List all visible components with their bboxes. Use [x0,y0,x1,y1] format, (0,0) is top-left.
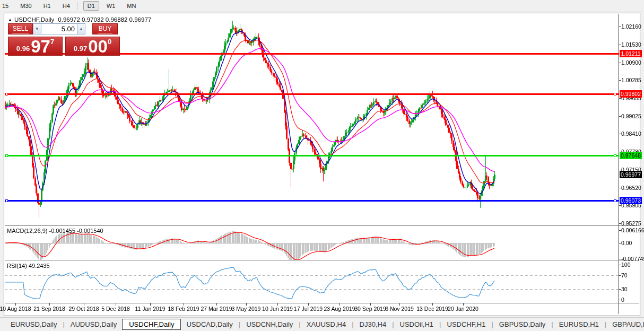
spin-up-icon: ▲ [79,27,83,31]
spin-down-icon: ▼ [35,27,39,31]
timeframe-button-h1[interactable]: H1 [39,1,55,11]
timeframe-button-15[interactable]: 15 [0,1,13,11]
chart-tab-usdcad-daily[interactable]: USDCAD,Daily [181,319,238,329]
sell-price-display[interactable]: 0.96 97 7 [8,37,63,56]
date-label: 17 Jul 2019 [294,306,323,312]
date-label: 18 Feb 2019 [168,306,199,312]
date-label: 29 Oct 2018 [68,306,99,312]
date-label: 20 Jan 2020 [448,306,478,312]
date-label: 11 Jan 2019 [135,306,165,312]
chart-ohlc-values: 0.96972 0.97032 0.96882 0.96977 [58,16,151,23]
price-axis-tick: 0.96520 [621,185,641,191]
collapse-chart-icon[interactable]: ▲ [8,18,12,22]
timeframe-toolbar: 15M30H1H4D1W1MN [0,0,644,12]
line-drag-handle[interactable] [614,154,616,157]
price-level-badge: 0.97648 [620,152,642,159]
tab-separator: | [491,320,493,328]
one-click-trading-panel: SELL ▼ ▲ BUY 0.96 97 7 0.97 00 0 [8,23,120,56]
line-drag-handle[interactable] [5,199,8,202]
tab-separator: | [551,320,553,328]
macd-axis-tick: -0.007745 [621,256,644,262]
tab-separator: | [63,320,64,328]
buy-price-prefix: 0.97 [74,45,87,53]
chart-title: ▲USDCHF,Daily0.96972 0.97032 0.96882 0.9… [8,16,151,23]
buy-price-display[interactable]: 0.97 00 0 [65,37,120,56]
sell-button[interactable]: SELL [8,23,33,34]
price-level-badge: 0.99802 [620,90,642,98]
chart-tab-eurusd-daily[interactable]: EURUSD,Daily [5,319,62,329]
line-drag-handle[interactable] [5,93,8,95]
sell-price-big: 97 [31,39,50,54]
date-label: 5 Dec 2018 [101,306,130,312]
buy-button[interactable]: BUY [92,23,118,34]
macd-axis-tick: 0.00 [621,240,632,246]
macd-axis-tick: 0.006166 [621,227,644,233]
chart-symbol-label: USDCHF,Daily [14,16,54,23]
rsi-axis-tick: 100 [621,262,631,268]
chart-tab-gbpaud-h1[interactable]: GBPAUD,H1 [607,319,644,329]
buy-price-big: 00 [88,39,108,54]
price-axis-tick: 1.00900 [621,59,641,66]
volume-decrease-button[interactable]: ▼ [33,23,41,34]
chart-tab-dj30-h4[interactable]: DJ30,H4 [354,319,392,329]
timeframe-button-m30[interactable]: M30 [16,1,36,11]
price-axis-tick: 1.01530 [621,41,641,48]
date-label: 27 Mar 2019 [201,306,232,312]
horizontal-level-line-0.96073[interactable] [5,200,619,202]
timeframe-button-h4[interactable]: H4 [58,1,74,11]
tab-separator: | [605,320,606,328]
chart-tab-usdoil-h1[interactable]: USDOil,H1 [395,319,439,329]
line-drag-handle[interactable] [614,199,616,202]
horizontal-level-line-0.99802[interactable] [5,93,619,95]
chart-tab-gbpusd-daily[interactable]: GBPUSD,Daily [494,319,551,329]
price-axis-tick: 1.00285 [621,77,641,83]
chart-canvas[interactable] [5,14,639,314]
line-drag-handle[interactable] [614,93,616,95]
price-axis-tick: 0.95275 [621,220,641,227]
timeframe-button-mn[interactable]: MN [123,1,140,11]
tab-separator: | [239,320,240,328]
rsi-axis-tick: 0 [621,297,624,303]
date-label: 6 Nov 2019 [385,306,414,312]
date-label: 10 Aug 2018 [0,306,31,312]
rsi-axis-tick: 30 [621,286,628,292]
volume-input[interactable] [41,23,77,34]
sell-price-prefix: 0.96 [16,45,30,53]
price-level-badge: 1.01211 [620,50,642,57]
sell-price-pip: 7 [50,38,54,46]
date-label: 13 Dec 2019 [416,306,448,312]
horizontal-level-line-0.97648[interactable] [5,155,619,156]
line-drag-handle[interactable] [5,154,8,157]
tab-separator: | [392,320,394,328]
date-label: 23 Aug 2019 [324,306,355,312]
rsi-axis-tick: 70 [621,272,628,278]
price-axis-tick: 0.98410 [621,130,641,137]
price-axis-tick: 1.02160 [621,23,641,30]
timeframe-button-w1[interactable]: W1 [102,1,120,11]
volume-increase-button[interactable]: ▲ [77,23,85,34]
chart-tab-eurusd-h1[interactable]: EURUSD,H1 [554,319,604,329]
toolbar-separator [77,2,77,10]
macd-indicator-label: MACD(12,26,9) -0.001455 -0.001540 [7,228,103,234]
chart-tabs-bar: EURUSD,Daily|AUDUSD,DailyUSDCHF,DailyUSD… [0,317,644,331]
tab-separator: | [299,320,300,328]
tab-separator: | [439,320,441,328]
price-axis-tick: 0.99025 [621,113,641,119]
chart-tab-xauusd-h4[interactable]: XAUUSD,H4 [301,319,351,329]
price-level-badge: 0.96073 [620,197,642,204]
buy-price-pip: 0 [108,38,111,46]
chart-tab-usdchf-daily[interactable]: USDCHF,Daily [122,319,181,330]
current-price-badge: 0.96977 [620,171,642,178]
tab-separator: | [352,320,353,328]
date-label: 3 May 2019 [232,306,261,312]
chart-tab-usdcnh-daily[interactable]: USDCNH,Daily [241,319,298,329]
application-window: 15M30H1H4D1W1MN ▲USDCHF,Daily0.96972 0.9… [0,0,644,331]
rsi-indicator-label: RSI(14) 49.2435 [7,263,50,269]
date-label: 21 Sep 2018 [33,306,65,312]
chart-tab-usdchf-h1[interactable]: USDCHF,H1 [442,319,491,329]
date-label: 10 Jun 2019 [262,306,293,312]
date-label: 30 Sep 2019 [354,306,386,312]
timeframe-button-d1[interactable]: D1 [83,1,99,11]
chart-tab-audusd-daily[interactable]: AUDUSD,Daily [65,319,122,329]
